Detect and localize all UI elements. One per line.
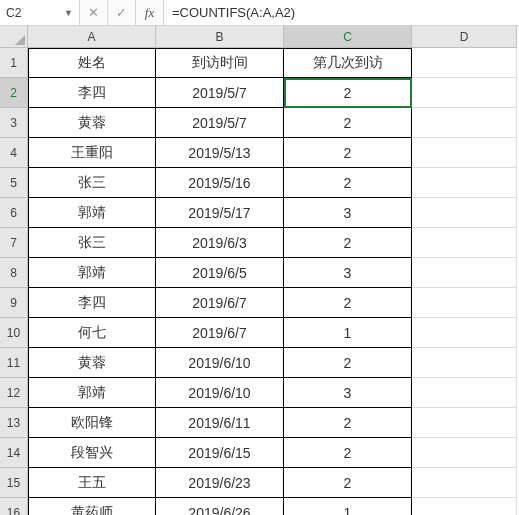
cell[interactable]: 2 [284, 408, 412, 438]
cell[interactable]: 到访时间 [156, 48, 284, 78]
row-header-14[interactable]: 14 [0, 438, 28, 468]
table-row: 王五2019/6/232 [28, 468, 519, 498]
col-header-d[interactable]: D [412, 26, 517, 48]
cell[interactable]: 2019/5/13 [156, 138, 284, 168]
row-header-8[interactable]: 8 [0, 258, 28, 288]
cell[interactable]: 2019/6/10 [156, 378, 284, 408]
table-row: 姓名到访时间第几次到访 [28, 48, 519, 78]
cell[interactable] [412, 498, 517, 515]
cell[interactable]: 2019/6/5 [156, 258, 284, 288]
row-header-11[interactable]: 11 [0, 348, 28, 378]
row-header-16[interactable]: 16 [0, 498, 28, 515]
cell[interactable]: 1 [284, 318, 412, 348]
row-header-4[interactable]: 4 [0, 138, 28, 168]
cell[interactable] [412, 138, 517, 168]
cell[interactable]: 姓名 [28, 48, 156, 78]
formula-input[interactable]: =COUNTIFS(A:A,A2) [164, 0, 519, 25]
cell[interactable]: 李四 [28, 288, 156, 318]
cell[interactable]: 张三 [28, 168, 156, 198]
cell[interactable]: 郭靖 [28, 258, 156, 288]
name-box[interactable]: C2 ▼ [0, 0, 80, 25]
cell[interactable]: 2019/6/15 [156, 438, 284, 468]
chevron-down-icon[interactable]: ▼ [64, 8, 73, 18]
cell[interactable]: 2019/5/17 [156, 198, 284, 228]
cell[interactable] [412, 438, 517, 468]
fx-label: fx [145, 5, 154, 21]
cell[interactable]: 王五 [28, 468, 156, 498]
cell[interactable]: 3 [284, 378, 412, 408]
cell[interactable]: 何七 [28, 318, 156, 348]
cell[interactable]: 2019/6/3 [156, 228, 284, 258]
select-all-button[interactable] [0, 26, 28, 48]
cell[interactable]: 王重阳 [28, 138, 156, 168]
table-row: 郭靖2019/6/103 [28, 378, 519, 408]
cell[interactable]: 2 [284, 108, 412, 138]
cell[interactable]: 1 [284, 498, 412, 515]
col-header-a[interactable]: A [28, 26, 156, 48]
table-row: 何七2019/6/71 [28, 318, 519, 348]
cell[interactable] [412, 408, 517, 438]
row-header-9[interactable]: 9 [0, 288, 28, 318]
cell[interactable] [412, 78, 517, 108]
cell[interactable] [412, 348, 517, 378]
fx-button[interactable]: fx [136, 0, 164, 25]
cell[interactable]: 段智兴 [28, 438, 156, 468]
cell[interactable]: 郭靖 [28, 378, 156, 408]
cell[interactable]: 郭靖 [28, 198, 156, 228]
cell[interactable]: 2019/5/16 [156, 168, 284, 198]
grid: 姓名到访时间第几次到访李四2019/5/72黄蓉2019/5/72王重阳2019… [28, 48, 519, 515]
cell[interactable]: 2019/6/11 [156, 408, 284, 438]
cell[interactable] [412, 108, 517, 138]
col-header-c[interactable]: C [284, 26, 412, 48]
cell[interactable]: 黄蓉 [28, 108, 156, 138]
row-header-1[interactable]: 1 [0, 48, 28, 78]
cell[interactable]: 2 [284, 348, 412, 378]
row-header-7[interactable]: 7 [0, 228, 28, 258]
cell[interactable] [412, 168, 517, 198]
cancel-icon: ✕ [88, 5, 99, 20]
cell[interactable] [412, 198, 517, 228]
cell[interactable]: 第几次到访 [284, 48, 412, 78]
col-header-b[interactable]: B [156, 26, 284, 48]
cell[interactable] [412, 468, 517, 498]
cell[interactable]: 2 [284, 78, 412, 108]
row-header-13[interactable]: 13 [0, 408, 28, 438]
row-header-12[interactable]: 12 [0, 378, 28, 408]
cell[interactable]: 2 [284, 438, 412, 468]
cell[interactable]: 3 [284, 258, 412, 288]
cell[interactable]: 2019/6/7 [156, 318, 284, 348]
cell[interactable] [412, 258, 517, 288]
cell[interactable] [412, 288, 517, 318]
cell[interactable] [412, 378, 517, 408]
cell[interactable]: 2 [284, 138, 412, 168]
cell[interactable] [412, 48, 517, 78]
cell[interactable]: 张三 [28, 228, 156, 258]
cell[interactable] [412, 318, 517, 348]
row-header-6[interactable]: 6 [0, 198, 28, 228]
row-header-5[interactable]: 5 [0, 168, 28, 198]
row-header-15[interactable]: 15 [0, 468, 28, 498]
check-icon: ✓ [116, 5, 127, 20]
row-header-3[interactable]: 3 [0, 108, 28, 138]
cell[interactable]: 2019/5/7 [156, 108, 284, 138]
cell[interactable]: 2 [284, 228, 412, 258]
cell[interactable]: 黄蓉 [28, 348, 156, 378]
cell[interactable]: 2019/6/26 [156, 498, 284, 515]
cell[interactable]: 2 [284, 168, 412, 198]
cancel-formula-button[interactable]: ✕ [80, 0, 108, 25]
cell[interactable] [412, 228, 517, 258]
row-header-2[interactable]: 2 [0, 78, 28, 108]
cell[interactable]: 2019/5/7 [156, 78, 284, 108]
cell[interactable]: 欧阳锋 [28, 408, 156, 438]
cell[interactable]: 2019/6/23 [156, 468, 284, 498]
row-header-10[interactable]: 10 [0, 318, 28, 348]
cell[interactable]: 2 [284, 288, 412, 318]
cell[interactable]: 2 [284, 468, 412, 498]
cell[interactable]: 2019/6/7 [156, 288, 284, 318]
table-row: 黄蓉2019/5/72 [28, 108, 519, 138]
confirm-formula-button[interactable]: ✓ [108, 0, 136, 25]
cell[interactable]: 3 [284, 198, 412, 228]
cell[interactable]: 2019/6/10 [156, 348, 284, 378]
cell[interactable]: 黄药师 [28, 498, 156, 515]
cell[interactable]: 李四 [28, 78, 156, 108]
